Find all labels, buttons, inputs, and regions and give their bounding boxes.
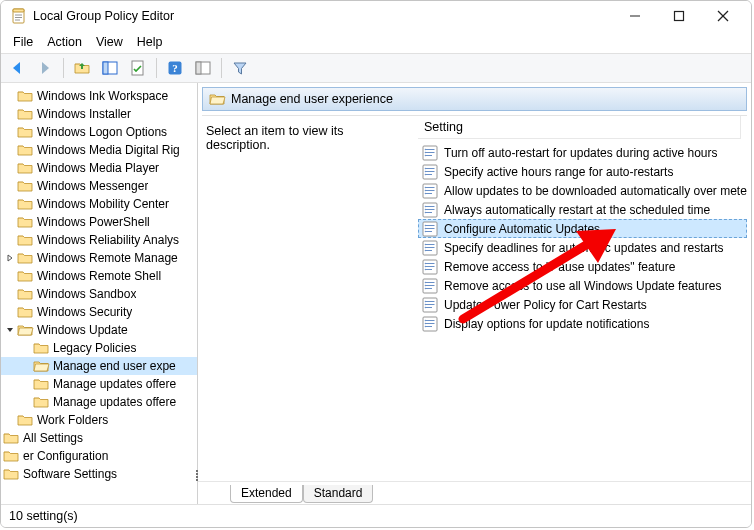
list-item[interactable]: Remove access to "Pause updates" feature bbox=[418, 257, 747, 276]
statusbar: 10 setting(s) bbox=[1, 504, 751, 527]
folder-icon bbox=[3, 430, 19, 446]
list-item[interactable]: Turn off auto-restart for updates during… bbox=[418, 143, 747, 162]
folder-icon bbox=[33, 394, 49, 410]
tree-item-label: All Settings bbox=[23, 431, 83, 445]
menu-help[interactable]: Help bbox=[131, 33, 169, 51]
folder-icon bbox=[33, 376, 49, 392]
svg-rect-17 bbox=[103, 62, 108, 74]
menu-view[interactable]: View bbox=[90, 33, 129, 51]
tree-item[interactable]: Windows Messenger bbox=[1, 177, 197, 195]
tree-item-label: Manage updates offere bbox=[53, 395, 176, 409]
folder-icon bbox=[17, 214, 33, 230]
policy-setting-icon bbox=[422, 297, 438, 313]
tree-item[interactable]: Windows Logon Options bbox=[1, 123, 197, 141]
tree-pane: Windows Ink WorkspaceWindows InstallerWi… bbox=[1, 83, 198, 504]
toolbar: ? bbox=[1, 53, 751, 83]
tree-item-label: Work Folders bbox=[37, 413, 108, 427]
options-button[interactable] bbox=[191, 56, 215, 80]
tab-standard[interactable]: Standard bbox=[303, 485, 374, 503]
folder-open-icon bbox=[209, 91, 225, 107]
folder-icon bbox=[17, 232, 33, 248]
folder-icon bbox=[17, 196, 33, 212]
toolbar-separator bbox=[221, 58, 222, 78]
folder-icon bbox=[33, 340, 49, 356]
list-item-label: Specify deadlines for automatic updates … bbox=[444, 241, 724, 255]
column-header-setting[interactable]: Setting bbox=[418, 116, 741, 139]
properties-button[interactable] bbox=[126, 56, 150, 80]
chevron-down-icon[interactable] bbox=[3, 326, 17, 334]
tree-item[interactable]: Legacy Policies bbox=[1, 339, 197, 357]
tree-item-label: Windows Reliability Analys bbox=[37, 233, 179, 247]
tree-item[interactable]: Windows Reliability Analys bbox=[1, 231, 197, 249]
detail-header: Manage end user experience bbox=[202, 87, 747, 111]
policy-setting-icon bbox=[422, 202, 438, 218]
tree-item-label: Windows Remote Shell bbox=[37, 269, 161, 283]
tree-item[interactable]: Manage end user expe bbox=[1, 357, 197, 375]
tree-item[interactable]: Work Folders bbox=[1, 411, 197, 429]
list-item[interactable]: Specify active hours range for auto-rest… bbox=[418, 162, 747, 181]
back-button[interactable] bbox=[5, 56, 29, 80]
tree-item[interactable]: Windows Media Player bbox=[1, 159, 197, 177]
minimize-button[interactable] bbox=[613, 2, 657, 30]
policy-setting-icon bbox=[422, 183, 438, 199]
list-item[interactable]: Allow updates to be downloaded automatic… bbox=[418, 181, 747, 200]
tree-item[interactable]: Windows Installer bbox=[1, 105, 197, 123]
folder-icon bbox=[17, 268, 33, 284]
description-column: Select an item to view its description. bbox=[202, 116, 418, 481]
policy-setting-icon bbox=[422, 278, 438, 294]
tree-item[interactable]: Software Settings bbox=[1, 465, 197, 483]
tree-item[interactable]: All Settings bbox=[1, 429, 197, 447]
up-button[interactable] bbox=[70, 56, 94, 80]
tree-item[interactable]: Windows Media Digital Rig bbox=[1, 141, 197, 159]
chevron-right-icon[interactable] bbox=[3, 254, 17, 262]
list-item[interactable]: Update Power Policy for Cart Restarts bbox=[418, 295, 747, 314]
policy-setting-icon bbox=[422, 145, 438, 161]
tree-item[interactable]: Manage updates offere bbox=[1, 393, 197, 411]
tree-item[interactable]: er Configuration bbox=[1, 447, 197, 465]
tree-item[interactable]: Windows Sandbox bbox=[1, 285, 197, 303]
tree-item[interactable]: Windows Remote Shell bbox=[1, 267, 197, 285]
list-item[interactable]: Configure Automatic Updates bbox=[418, 219, 747, 238]
description-text: Select an item to view its description. bbox=[206, 124, 344, 152]
folder-icon bbox=[17, 412, 33, 428]
list-item[interactable]: Always automatically restart at the sche… bbox=[418, 200, 747, 219]
maximize-button[interactable] bbox=[657, 2, 701, 30]
menubar: File Action View Help bbox=[1, 31, 751, 53]
tab-extended[interactable]: Extended bbox=[230, 485, 303, 503]
show-hide-tree-button[interactable] bbox=[98, 56, 122, 80]
tree-item[interactable]: Windows Ink Workspace bbox=[1, 87, 197, 105]
toolbar-separator bbox=[156, 58, 157, 78]
folder-icon bbox=[17, 124, 33, 140]
list-item-label: Remove access to use all Windows Update … bbox=[444, 279, 721, 293]
tree-item[interactable]: Windows PowerShell bbox=[1, 213, 197, 231]
list-item[interactable]: Specify deadlines for automatic updates … bbox=[418, 238, 747, 257]
folder-icon bbox=[17, 106, 33, 122]
tree-item[interactable]: Windows Security bbox=[1, 303, 197, 321]
folder-icon bbox=[17, 142, 33, 158]
svg-rect-22 bbox=[196, 62, 201, 74]
tree-item-label: Manage end user expe bbox=[53, 359, 176, 373]
folder-icon bbox=[3, 448, 19, 464]
filter-button[interactable] bbox=[228, 56, 252, 80]
tree-item[interactable]: Windows Remote Manage bbox=[1, 249, 197, 267]
content-body: Windows Ink WorkspaceWindows InstallerWi… bbox=[1, 83, 751, 504]
list-item[interactable]: Display options for update notifications bbox=[418, 314, 747, 333]
app-icon bbox=[11, 8, 27, 24]
close-button[interactable] bbox=[701, 2, 745, 30]
menu-file[interactable]: File bbox=[7, 33, 39, 51]
tree-item-label: Manage updates offere bbox=[53, 377, 176, 391]
tree-item[interactable]: Windows Update bbox=[1, 321, 197, 339]
policy-setting-icon bbox=[422, 164, 438, 180]
forward-button[interactable] bbox=[33, 56, 57, 80]
tree-item[interactable]: Manage updates offere bbox=[1, 375, 197, 393]
tree-item[interactable]: Windows Mobility Center bbox=[1, 195, 197, 213]
tree-item-label: Windows Installer bbox=[37, 107, 131, 121]
help-button[interactable]: ? bbox=[163, 56, 187, 80]
detail-pane: Manage end user experience Select an ite… bbox=[198, 83, 751, 504]
svg-rect-13 bbox=[675, 12, 684, 21]
list-item-label: Remove access to "Pause updates" feature bbox=[444, 260, 675, 274]
folder-icon bbox=[17, 250, 33, 266]
list-item[interactable]: Remove access to use all Windows Update … bbox=[418, 276, 747, 295]
list-item-label: Configure Automatic Updates bbox=[444, 222, 600, 236]
menu-action[interactable]: Action bbox=[41, 33, 88, 51]
